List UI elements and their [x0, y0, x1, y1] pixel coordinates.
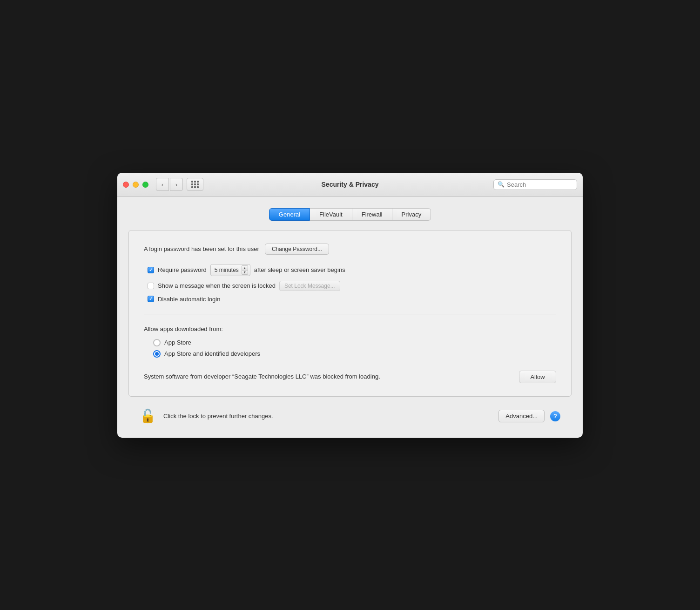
- seagate-row: System software from developer “Seagate …: [144, 371, 556, 383]
- general-panel: A login password has been set for this u…: [128, 230, 572, 397]
- require-password-value: 5 minutes: [215, 267, 239, 273]
- require-password-controls: Require password 5 minutes ▲ ▼ after sle…: [158, 264, 345, 276]
- require-password-checkbox[interactable]: [148, 267, 154, 273]
- content-area: General FileVault Firewall Privacy A log…: [117, 197, 583, 438]
- allow-apps-title: Allow apps downloaded from:: [144, 325, 556, 332]
- grid-icon: [191, 181, 199, 188]
- require-password-label: Require password: [158, 266, 207, 273]
- radio-group: App Store App Store and identified devel…: [144, 339, 556, 358]
- radio-app-store-label: App Store: [164, 339, 191, 346]
- minimize-button[interactable]: [133, 182, 139, 188]
- show-message-checkbox[interactable]: [148, 283, 154, 289]
- window-title: Security & Privacy: [322, 181, 379, 188]
- radio-app-store-identified-row: App Store and identified developers: [153, 350, 556, 358]
- tab-firewall[interactable]: Firewall: [352, 208, 392, 221]
- set-lock-message-button[interactable]: Set Lock Message...: [279, 281, 340, 291]
- titlebar: ‹ › Security & Privacy 🔍: [117, 173, 583, 197]
- radio-app-store-row: App Store: [153, 339, 556, 346]
- advanced-button[interactable]: Advanced...: [498, 410, 545, 422]
- require-password-row: Require password 5 minutes ▲ ▼ after sle…: [148, 264, 556, 276]
- radio-app-store-identified-label: App Store and identified developers: [164, 350, 260, 357]
- tab-general[interactable]: General: [269, 208, 310, 221]
- radio-app-store-identified[interactable]: [153, 350, 161, 358]
- forward-button[interactable]: ›: [170, 178, 183, 191]
- options-section: Require password 5 minutes ▲ ▼ after sle…: [144, 264, 556, 303]
- bottom-bar: 🔓 Click the lock to prevent further chan…: [128, 404, 572, 428]
- seagate-text: System software from developer “Seagate …: [144, 372, 380, 381]
- password-set-text: A login password has been set for this u…: [144, 245, 259, 252]
- main-window: ‹ › Security & Privacy 🔍 General FileVau…: [117, 173, 583, 438]
- change-password-button[interactable]: Change Password...: [265, 244, 329, 255]
- disable-autologin-label: Disable automatic login: [158, 296, 220, 303]
- disable-autologin-checkbox[interactable]: [148, 296, 154, 302]
- disable-autologin-row: Disable automatic login: [148, 296, 556, 303]
- search-box[interactable]: 🔍: [493, 179, 577, 190]
- lock-icon[interactable]: 🔓: [140, 410, 156, 423]
- tab-filevault[interactable]: FileVault: [310, 208, 352, 221]
- divider: [144, 314, 556, 314]
- arrow-up-button[interactable]: ▲: [242, 265, 248, 270]
- tabs: General FileVault Firewall Privacy: [128, 208, 572, 221]
- arrow-down-button[interactable]: ▼: [242, 270, 248, 275]
- show-message-label: Show a message when the screen is locked: [158, 282, 276, 289]
- help-button[interactable]: ?: [550, 411, 560, 421]
- traffic-lights: [123, 182, 148, 188]
- require-password-suffix: after sleep or screen saver begins: [254, 266, 345, 273]
- search-input[interactable]: [507, 181, 573, 188]
- maximize-button[interactable]: [142, 182, 148, 188]
- stepper-arrows: ▲ ▼: [242, 265, 248, 275]
- close-button[interactable]: [123, 182, 129, 188]
- search-icon: 🔍: [498, 181, 505, 188]
- show-message-row: Show a message when the screen is locked…: [148, 281, 556, 291]
- require-password-dropdown[interactable]: 5 minutes ▲ ▼: [210, 264, 250, 276]
- radio-app-store[interactable]: [153, 339, 161, 346]
- grid-view-button[interactable]: [187, 178, 203, 191]
- password-row: A login password has been set for this u…: [144, 244, 556, 255]
- allow-button[interactable]: Allow: [519, 371, 556, 383]
- nav-buttons: ‹ ›: [156, 178, 183, 191]
- lock-text: Click the lock to prevent further change…: [163, 413, 493, 420]
- back-button[interactable]: ‹: [156, 178, 169, 191]
- tab-privacy[interactable]: Privacy: [392, 208, 431, 221]
